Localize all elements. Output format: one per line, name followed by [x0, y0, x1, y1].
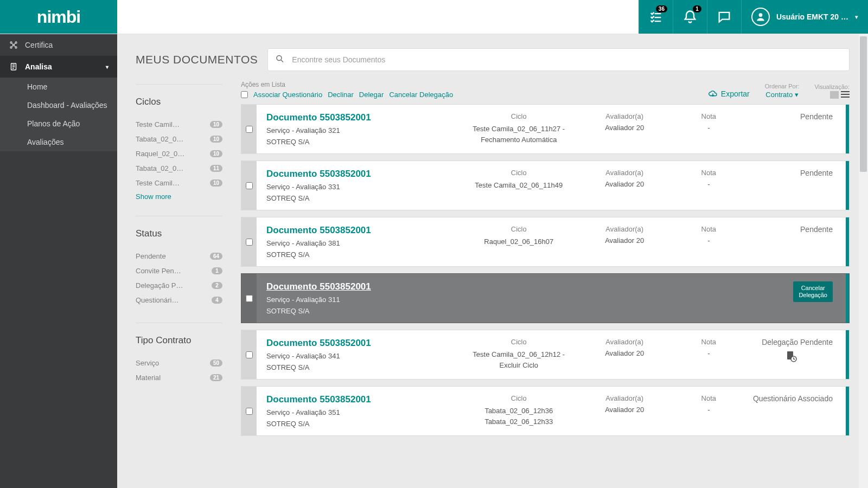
filter-item[interactable]: Delegação P…2: [136, 278, 222, 293]
avaliador-value: Avaliador 20: [605, 406, 644, 414]
sidebar-item-analisa[interactable]: Analisa ▾: [0, 56, 117, 78]
row-checkbox[interactable]: [246, 126, 253, 133]
col-ciclo-header: Ciclo: [463, 169, 575, 177]
svg-point-4: [15, 47, 17, 48]
view-grid-icon[interactable]: [830, 91, 839, 99]
row-checkbox[interactable]: [246, 351, 253, 358]
notifications-badge: 1: [693, 5, 701, 12]
document-title-link[interactable]: Documento 5503852001: [266, 169, 456, 179]
filter-item[interactable]: Convite Pen…1: [136, 264, 222, 278]
view-label: Visualização:: [814, 84, 850, 90]
filter-section-tipo: Tipo Contrato Serviço50Material21: [136, 335, 222, 385]
filter-item[interactable]: Teste Camil…10: [136, 117, 222, 132]
tasks-badge: 36: [656, 5, 667, 12]
action-cancelar[interactable]: Cancelar Delegação: [389, 91, 453, 99]
row-checkbox[interactable]: [246, 408, 253, 415]
user-menu[interactable]: Usuário EMKT 20 … ▾: [741, 0, 868, 34]
filter-item[interactable]: Tabata_02_0…11: [136, 161, 222, 176]
search-input[interactable]: [267, 48, 850, 71]
filter-item-label: Serviço: [136, 359, 159, 367]
row-checkbox[interactable]: [246, 295, 253, 302]
document-row[interactable]: Documento 5503852001Serviço - Avaliação …: [241, 273, 850, 323]
document-title-link[interactable]: Documento 5503852001: [266, 338, 456, 349]
filter-count-badge: 11: [210, 165, 222, 172]
sidebar-sub-avaliacoes[interactable]: Avaliações: [0, 133, 117, 151]
filter-item[interactable]: Serviço50: [136, 356, 222, 370]
sort-dropdown[interactable]: Contrato ▾: [765, 91, 799, 99]
ciclo-value: Teste Camila_02_06_11h27 - Fechamento Au…: [473, 125, 565, 144]
document-company: SOTREQ S/A: [266, 363, 456, 371]
status-label: Pendente: [750, 112, 833, 121]
filter-section-ciclos: Ciclos Teste Camil…10Tabata_02_0…10Raque…: [136, 97, 222, 201]
filter-item-label: Tabata_02_0…: [136, 135, 183, 143]
show-more-link[interactable]: Show more: [136, 190, 171, 201]
messages-icon[interactable]: [707, 0, 741, 34]
sidebar-sub-planos[interactable]: Planos de Ação: [0, 114, 117, 133]
document-title-link[interactable]: Documento 5503852001: [266, 281, 456, 292]
document-title-link[interactable]: Documento 5503852001: [266, 394, 456, 405]
document-subtitle: Serviço - Avaliação 331: [266, 183, 456, 191]
tasks-icon[interactable]: 36: [639, 0, 673, 34]
document-row[interactable]: Documento 5503852001Serviço - Avaliação …: [241, 386, 850, 436]
col-ciclo-header: Ciclo: [463, 394, 575, 402]
ciclo-value: Raquel_02_06_16h07: [484, 237, 553, 246]
document-row[interactable]: Documento 5503852001Serviço - Avaliação …: [241, 160, 850, 210]
scrollbar[interactable]: [859, 34, 868, 488]
avaliador-value: Avaliador 20: [605, 236, 644, 245]
document-row[interactable]: Documento 5503852001Serviço - Avaliação …: [241, 330, 850, 380]
filter-count-badge: 10: [210, 179, 222, 187]
filter-count-badge: 4: [212, 297, 222, 304]
nota-value: -: [707, 124, 710, 132]
export-link[interactable]: Exportar: [708, 89, 750, 99]
document-company: SOTREQ S/A: [266, 420, 456, 428]
filter-item[interactable]: Material21: [136, 370, 222, 385]
row-checkbox[interactable]: [246, 239, 253, 246]
document-company: SOTREQ S/A: [266, 251, 456, 259]
sidebar-label: Certifica: [25, 41, 53, 49]
row-checkbox[interactable]: [246, 182, 253, 189]
action-associar[interactable]: Associar Questionário: [253, 91, 322, 99]
filter-item-label: Material: [136, 374, 161, 382]
notifications-icon[interactable]: 1: [673, 0, 707, 34]
filter-title: Status: [136, 228, 222, 241]
col-nota-header: Nota: [674, 225, 743, 233]
search-icon: [275, 54, 285, 66]
view-list-icon[interactable]: [841, 91, 850, 99]
cancel-delegation-button[interactable]: CancelarDelegação: [793, 281, 833, 302]
svg-point-2: [15, 42, 17, 43]
col-avaliador-header: Avaliador(a): [582, 225, 668, 233]
sidebar-sub-dashboard[interactable]: Dashboard - Avaliações: [0, 96, 117, 114]
filter-item[interactable]: Tabata_02_0…10: [136, 132, 222, 146]
status-label: Pendente: [750, 169, 833, 177]
action-delegar[interactable]: Delegar: [359, 91, 384, 99]
filter-item[interactable]: Pendente64: [136, 249, 222, 264]
action-declinar[interactable]: Declinar: [328, 91, 354, 99]
filter-item[interactable]: Questionári…4: [136, 293, 222, 307]
delegation-icon: [784, 350, 797, 363]
nota-value: -: [707, 180, 710, 188]
brand-logo[interactable]: nimbi: [0, 0, 117, 34]
filter-count-badge: 10: [210, 136, 222, 143]
filter-item[interactable]: Teste Camil…10: [136, 176, 222, 190]
filter-count-badge: 10: [210, 150, 222, 157]
actions-label: Ações em Lista: [241, 81, 453, 88]
status-stripe: [846, 217, 849, 266]
avaliador-value: Avaliador 20: [605, 180, 644, 188]
document-row[interactable]: Documento 5503852001Serviço - Avaliação …: [241, 104, 850, 154]
filter-item-label: Questionári…: [136, 296, 178, 304]
document-title-link[interactable]: Documento 5503852001: [266, 225, 456, 236]
sidebar-item-certifica[interactable]: Certifica: [0, 34, 117, 56]
sort-label: Ordenar Por:: [765, 83, 800, 89]
document-subtitle: Serviço - Avaliação 311: [266, 296, 456, 304]
svg-point-5: [13, 44, 15, 46]
filter-item[interactable]: Raquel_02_0…10: [136, 146, 222, 161]
document-title-link[interactable]: Documento 5503852001: [266, 112, 456, 123]
sidebar-label: Analisa: [25, 62, 52, 71]
col-ciclo-header: Ciclo: [463, 338, 575, 346]
select-all-checkbox[interactable]: [241, 91, 248, 98]
sidebar-sub-home[interactable]: Home: [0, 78, 117, 96]
col-nota-header: Nota: [674, 169, 743, 177]
document-row[interactable]: Documento 5503852001Serviço - Avaliação …: [241, 217, 850, 267]
ciclo-value: Tabata_02_06_12h36Tabata_02_06_12h33: [484, 407, 553, 426]
chevron-down-icon: ▾: [855, 14, 858, 21]
